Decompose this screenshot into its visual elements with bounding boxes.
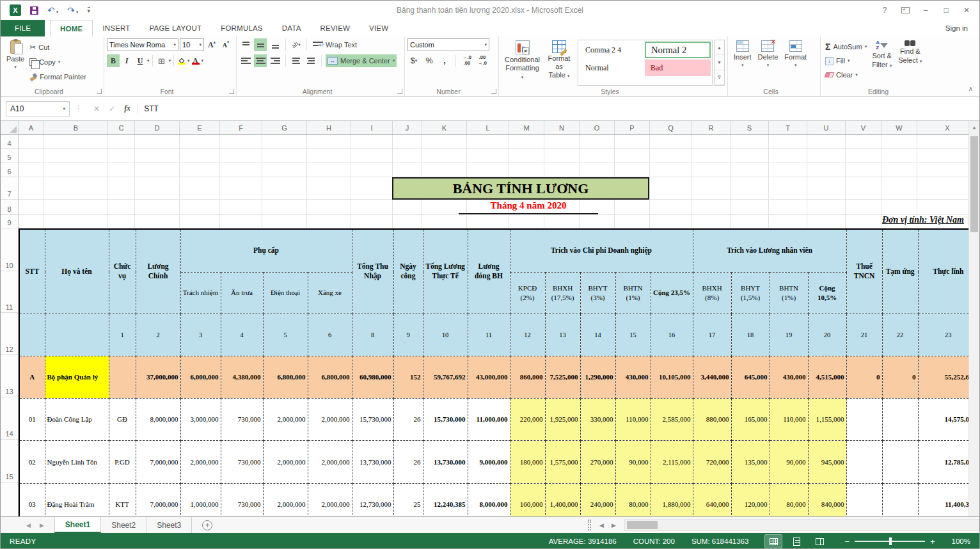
cell[interactable]: 03	[19, 483, 45, 516]
select-all-corner[interactable]	[1, 121, 19, 134]
cell[interactable]	[881, 149, 917, 163]
ribbon-tab-formulas[interactable]: FORMULAS	[211, 20, 273, 36]
cell[interactable]	[846, 177, 881, 200]
cell[interactable]	[580, 163, 615, 177]
cell[interactable]	[393, 163, 422, 177]
style-normal-2[interactable]: Normal 2	[645, 42, 711, 58]
font-size-combo[interactable]: 10▾	[180, 38, 204, 51]
cell[interactable]: Nguyễn Linh Tôn	[45, 440, 109, 483]
delete-cells-button[interactable]: Delete▾	[755, 38, 782, 86]
chevron-down-icon[interactable]: ▾	[187, 58, 190, 63]
cell[interactable]: 1,575,000	[545, 440, 580, 483]
cell[interactable]	[509, 135, 544, 149]
ribbon-tab-view[interactable]: VIEW	[360, 20, 398, 36]
row-header-9[interactable]: 9	[1, 215, 18, 228]
cell[interactable]: 02	[19, 440, 45, 483]
column-header-T[interactable]: T	[769, 121, 807, 134]
cell[interactable]	[44, 200, 108, 215]
fill-button[interactable]: ↓Fill▾	[823, 54, 869, 67]
cell[interactable]: 3	[180, 314, 221, 356]
column-header-W[interactable]: W	[881, 121, 917, 134]
sheet-subtitle[interactable]: Tháng 4 năm 2020	[459, 200, 598, 214]
header-cell[interactable]: Tổng Lương Thực Tế	[423, 229, 468, 314]
cell[interactable]	[882, 440, 918, 483]
cell[interactable]: 5	[263, 314, 308, 356]
cell[interactable]: 16	[651, 314, 693, 356]
enter-icon[interactable]: ✓	[109, 104, 115, 113]
cell[interactable]: 80,000	[615, 483, 651, 516]
cell[interactable]	[180, 177, 220, 200]
sheet-nav-right-icon[interactable]: ▶	[40, 522, 44, 529]
cell[interactable]	[351, 149, 393, 163]
cell[interactable]	[19, 163, 44, 177]
zoom-level[interactable]: 100%	[952, 537, 970, 545]
cell[interactable]: 43,000,000	[468, 356, 510, 398]
cell[interactable]: 8,000,000	[136, 398, 180, 440]
ribbon-options-icon[interactable]	[896, 3, 914, 17]
chevron-down-icon[interactable]: ▾	[147, 58, 150, 63]
cell[interactable]: Đặng Hoài Trâm	[45, 483, 109, 516]
clipboard-dialog-launcher-icon[interactable]	[97, 89, 102, 94]
row-header-5[interactable]: 5	[1, 149, 18, 163]
cell[interactable]	[307, 149, 351, 163]
header-cell[interactable]: Chức vụ	[109, 229, 136, 314]
cell[interactable]	[807, 215, 846, 228]
header-cell[interactable]: Thuế TNCN	[846, 229, 882, 314]
customize-qat-icon[interactable]: ▾	[88, 7, 91, 14]
row-header-11[interactable]: 11	[1, 271, 18, 313]
column-header-C[interactable]: C	[108, 121, 135, 134]
cell[interactable]: 1,290,000	[580, 356, 615, 398]
column-header-N[interactable]: N	[544, 121, 580, 134]
find-select-button[interactable]: Find &Select ▾	[895, 38, 925, 86]
paste-button[interactable]: Paste ▾	[3, 38, 28, 86]
sheet-tab-sheet1[interactable]: Sheet1	[54, 517, 101, 533]
header-cell[interactable]: BHYT (3%)	[580, 272, 615, 314]
cell[interactable]	[731, 163, 769, 177]
cell[interactable]	[807, 200, 846, 215]
undo-button[interactable]: ↶▾	[47, 4, 58, 16]
column-header-O[interactable]: O	[580, 121, 615, 134]
cell[interactable]: 60,980,000	[352, 356, 393, 398]
cell[interactable]: 12,730,000	[352, 483, 393, 516]
cell[interactable]	[544, 163, 580, 177]
name-box[interactable]: A10▾	[6, 101, 70, 116]
style-comma-2-4[interactable]: Comma 2 4	[580, 42, 644, 58]
header-cell[interactable]: KPCĐ (2%)	[510, 272, 545, 314]
cell[interactable]	[135, 177, 180, 200]
cell[interactable]	[467, 163, 509, 177]
sheet-title[interactable]: BẢNG TÍNH LƯƠNG	[392, 177, 649, 200]
cell[interactable]	[881, 200, 917, 215]
cell[interactable]: 0	[882, 356, 918, 398]
cell[interactable]	[351, 215, 393, 228]
cell[interactable]	[45, 314, 109, 356]
header-cell[interactable]: Họ và tên	[45, 229, 109, 314]
zoom-slider-thumb[interactable]	[889, 537, 892, 545]
cell[interactable]: 2,000,000	[308, 483, 352, 516]
column-header-J[interactable]: J	[393, 121, 422, 134]
cell[interactable]: 20	[808, 314, 846, 356]
cell[interactable]: 01	[19, 398, 45, 440]
tab-file[interactable]: FILE	[1, 20, 45, 36]
cell[interactable]: 21	[846, 314, 882, 356]
cell[interactable]	[650, 177, 692, 200]
new-sheet-icon[interactable]: +	[202, 520, 212, 530]
cell[interactable]	[731, 177, 769, 200]
cell[interactable]	[180, 149, 220, 163]
cell[interactable]	[19, 215, 44, 228]
align-left-button[interactable]	[239, 54, 252, 67]
cell[interactable]	[351, 177, 393, 200]
vertical-scrollbar[interactable]: ▲	[968, 121, 979, 516]
cell[interactable]: 2,000,000	[263, 483, 308, 516]
cell[interactable]	[846, 440, 882, 483]
cell[interactable]	[615, 215, 650, 228]
decrease-font-button[interactable]: A▾	[219, 38, 232, 51]
gallery-more-icon[interactable]: ⊽	[715, 70, 724, 85]
cell[interactable]: 2,000,000	[308, 398, 352, 440]
increase-font-button[interactable]: A▴	[205, 38, 218, 51]
underline-button[interactable]: U	[134, 54, 146, 67]
row-header-16[interactable]: 16	[1, 482, 18, 516]
cell[interactable]	[393, 215, 422, 228]
cell[interactable]	[108, 163, 135, 177]
cell[interactable]: Đoàn Công Lập	[45, 398, 109, 440]
cell[interactable]	[135, 149, 180, 163]
